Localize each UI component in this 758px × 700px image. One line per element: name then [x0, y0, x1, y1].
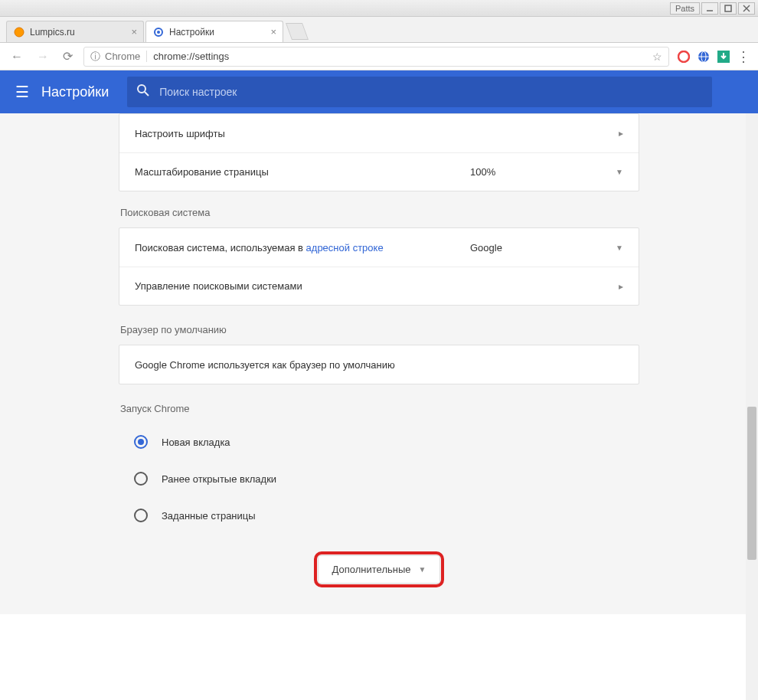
default-browser-card: Google Chrome используется как браузер п… [119, 345, 639, 384]
tab-strip: Lumpics.ru × Настройки × [0, 17, 758, 43]
new-tab-button[interactable] [286, 24, 307, 39]
search-icon [136, 83, 150, 100]
advanced-label: Дополнительные [332, 564, 411, 575]
advanced-button[interactable]: Дополнительные ▼ [318, 555, 441, 584]
default-search-row[interactable]: Поисковая система, используемая в адресн… [119, 228, 639, 267]
default-search-label: Поисковая система, используемая в адресн… [135, 242, 384, 254]
forward-button[interactable]: → [34, 50, 52, 64]
manage-search-row[interactable]: Управление поисковыми системами ▸ [119, 267, 639, 305]
settings-body: Настроить шрифты ▸ Масштабирование стран… [0, 113, 758, 614]
content-area: ☰ Настройки Поиск настроек Настроить шри… [0, 70, 758, 700]
favicon-lumpics [13, 26, 25, 38]
dropdown-icon: ▼ [616, 244, 623, 252]
favicon-settings [152, 26, 165, 38]
window-titlebar: Patts [0, 0, 758, 17]
svg-rect-1 [725, 5, 731, 11]
search-card: Поисковая система, используемая в адресн… [119, 227, 639, 306]
maximize-button[interactable] [720, 2, 737, 15]
dropdown-icon: ▼ [616, 168, 623, 176]
menu-hamburger-icon[interactable]: ☰ [15, 83, 29, 101]
reload-button[interactable]: ⟳ [60, 49, 76, 64]
radio-label: Ранее открытые вкладки [162, 473, 276, 485]
radio-label: Новая вкладка [162, 437, 230, 448]
radio-icon [134, 472, 148, 486]
fonts-label: Настроить шрифты [135, 128, 225, 139]
svg-line-13 [145, 92, 149, 96]
tab-title: Lumpics.ru [30, 27, 75, 38]
default-browser-section-title: Браузер по умолчанию [120, 324, 641, 335]
bookmark-star-icon[interactable]: ☆ [652, 51, 662, 63]
settings-search-input[interactable]: Поиск настроек [127, 77, 712, 107]
opera-icon[interactable] [677, 50, 691, 64]
startup-section-title: Запуск Chrome [120, 403, 641, 414]
page-title: Настройки [41, 84, 109, 100]
scrollbar-thumb[interactable] [747, 407, 756, 560]
radio-icon [134, 435, 148, 449]
extension-icons: ⋮ [677, 50, 750, 64]
tab-lumpics[interactable]: Lumpics.ru × [6, 21, 144, 42]
search-placeholder: Поиск настроек [159, 86, 237, 98]
appearance-card: Настроить шрифты ▸ Масштабирование стран… [119, 113, 639, 191]
svg-point-4 [15, 28, 24, 37]
default-browser-row: Google Chrome используется как браузер п… [119, 345, 639, 384]
manage-search-label: Управление поисковыми системами [135, 280, 302, 292]
info-icon: ⓘ [90, 50, 100, 64]
search-section-title: Поисковая система [120, 207, 641, 218]
back-button[interactable]: ← [8, 50, 26, 64]
tab-close-icon[interactable]: × [270, 26, 276, 38]
vertical-scrollbar[interactable] [746, 113, 758, 700]
startup-option-specific[interactable]: Заданные страницы [119, 497, 639, 534]
tab-close-icon[interactable]: × [131, 26, 137, 38]
zoom-label: Масштабирование страницы [135, 166, 269, 178]
svg-point-7 [678, 51, 689, 62]
tab-title: Настройки [169, 27, 214, 38]
startup-option-newtab[interactable]: Новая вкладка [119, 424, 639, 460]
settings-header: ☰ Настройки Поиск настроек [0, 70, 758, 113]
globe-icon[interactable] [697, 50, 711, 64]
menu-icon[interactable]: ⋮ [737, 50, 750, 64]
svg-point-6 [157, 31, 160, 34]
default-browser-status: Google Chrome используется как браузер п… [135, 359, 395, 371]
window-title: Patts [670, 2, 700, 15]
url-text: chrome://settings [153, 51, 652, 62]
chevron-down-icon: ▼ [419, 565, 426, 574]
svg-point-12 [138, 85, 145, 93]
radio-label: Заданные страницы [162, 510, 256, 522]
chevron-right-icon: ▸ [619, 281, 623, 292]
url-scheme: Chrome [105, 51, 147, 62]
download-icon[interactable] [717, 50, 730, 64]
zoom-value: 100% [470, 166, 495, 178]
startup-card: Новая вкладка Ранее открытые вкладки Зад… [119, 424, 639, 534]
radio-icon [134, 509, 148, 522]
address-bar: ← → ⟳ ⓘ Chrome chrome://settings ☆ ⋮ [0, 43, 758, 70]
address-bar-link[interactable]: адресной строке [306, 242, 384, 254]
chevron-right-icon: ▸ [619, 128, 623, 139]
close-window-button[interactable] [738, 2, 755, 15]
default-search-value: Google [470, 242, 502, 254]
startup-option-continue[interactable]: Ранее открытые вкладки [119, 460, 639, 497]
tab-settings[interactable]: Настройки × [145, 21, 283, 42]
minimize-button[interactable] [701, 2, 718, 15]
zoom-row[interactable]: Масштабирование страницы 100% ▼ [119, 152, 639, 191]
fonts-row[interactable]: Настроить шрифты ▸ [119, 114, 639, 152]
omnibox[interactable]: ⓘ Chrome chrome://settings ☆ [83, 47, 669, 67]
